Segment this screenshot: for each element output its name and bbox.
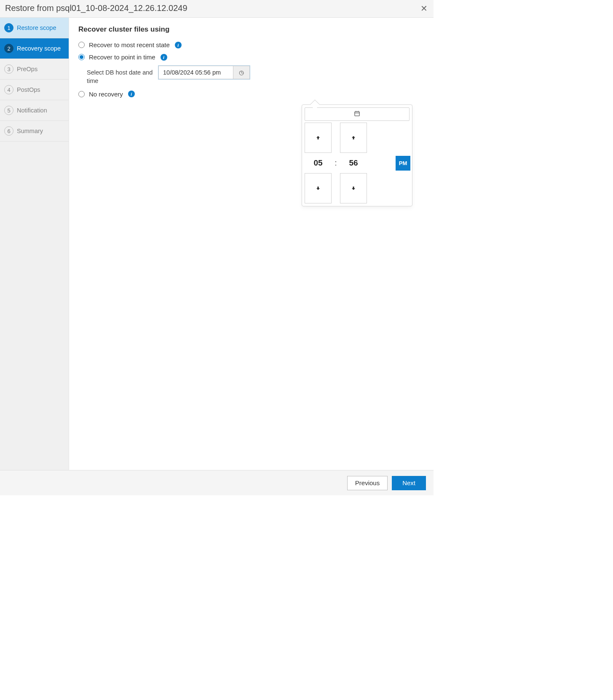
datetime-input[interactable] xyxy=(158,66,233,79)
step-postops: 4 PostOps xyxy=(0,80,69,100)
step-notification: 5 Notification xyxy=(0,100,69,121)
hour-up-button[interactable] xyxy=(305,123,332,153)
modal-header: Restore from psql01_10-08-2024_12.26.12.… xyxy=(0,0,434,18)
step-recovery-scope[interactable]: 2 Recovery scope xyxy=(0,38,69,59)
time-colon: : xyxy=(332,159,340,168)
step-number: 3 xyxy=(4,64,13,74)
svg-rect-0 xyxy=(355,112,359,116)
radio-recover-pit[interactable] xyxy=(78,54,85,60)
arrow-down-icon xyxy=(351,185,356,192)
step-number: 1 xyxy=(4,23,13,32)
pit-datetime-label: Select DB host date and time xyxy=(87,66,158,85)
wizard-sidebar: 1 Restore scope 2 Recovery scope 3 PreOp… xyxy=(0,18,69,470)
option-no-recovery[interactable]: No recovery i xyxy=(78,91,424,98)
option-recover-pit[interactable]: Recover to point in time i xyxy=(78,53,424,61)
step-restore-scope[interactable]: 1 Restore scope xyxy=(0,18,69,38)
radio-no-recovery[interactable] xyxy=(78,91,85,97)
info-icon[interactable]: i xyxy=(161,54,167,61)
previous-button[interactable]: Previous xyxy=(347,476,388,490)
minute-down-button[interactable] xyxy=(340,173,367,203)
radio-recover-recent[interactable] xyxy=(78,42,85,48)
minute-value[interactable]: 56 xyxy=(340,158,367,168)
datetime-input-group: ◷ xyxy=(158,66,250,79)
step-label: Restore scope xyxy=(17,24,56,31)
step-number: 5 xyxy=(4,106,13,115)
step-label: Recovery scope xyxy=(17,45,61,52)
step-preops: 3 PreOps xyxy=(0,59,69,80)
section-title: Recover cluster files using xyxy=(78,25,424,34)
calendar-icon xyxy=(354,110,360,118)
info-icon[interactable]: i xyxy=(128,91,135,97)
hour-value[interactable]: 05 xyxy=(305,158,332,168)
datetime-picker-button[interactable]: ◷ xyxy=(233,66,250,79)
time-grid: 05 : 56 PM xyxy=(305,123,410,203)
time-picker-popover: 05 : 56 PM xyxy=(302,104,412,206)
ampm-toggle[interactable]: PM xyxy=(396,156,410,171)
toggle-date-view-button[interactable] xyxy=(305,107,410,121)
clock-icon: ◷ xyxy=(239,69,244,76)
radio-label: Recover to most recent state xyxy=(89,41,170,48)
wizard-footer: Previous Next xyxy=(0,470,434,495)
close-icon[interactable]: ✕ xyxy=(420,4,428,13)
wizard-content: Recover cluster files using Recover to m… xyxy=(69,18,434,470)
step-label: PreOps xyxy=(17,66,37,72)
step-summary: 6 Summary xyxy=(0,121,69,142)
pit-datetime-row: Select DB host date and time ◷ xyxy=(87,66,424,85)
step-label: Notification xyxy=(17,107,47,114)
hour-down-button[interactable] xyxy=(305,173,332,203)
minute-up-button[interactable] xyxy=(340,123,367,153)
option-recover-recent[interactable]: Recover to most recent state i xyxy=(78,41,424,48)
step-number: 2 xyxy=(4,44,13,53)
step-number: 6 xyxy=(4,126,13,136)
arrow-down-icon xyxy=(316,185,321,192)
arrow-up-icon xyxy=(351,134,356,142)
radio-label: No recovery xyxy=(89,91,123,98)
step-label: PostOps xyxy=(17,86,40,93)
step-label: Summary xyxy=(17,128,43,134)
radio-label: Recover to point in time xyxy=(89,53,155,61)
next-button[interactable]: Next xyxy=(392,476,426,490)
modal-title: Restore from psql01_10-08-2024_12.26.12.… xyxy=(5,3,187,13)
step-number: 4 xyxy=(4,85,13,94)
arrow-up-icon xyxy=(316,134,321,142)
modal-body: 1 Restore scope 2 Recovery scope 3 PreOp… xyxy=(0,18,434,470)
info-icon[interactable]: i xyxy=(175,42,182,48)
